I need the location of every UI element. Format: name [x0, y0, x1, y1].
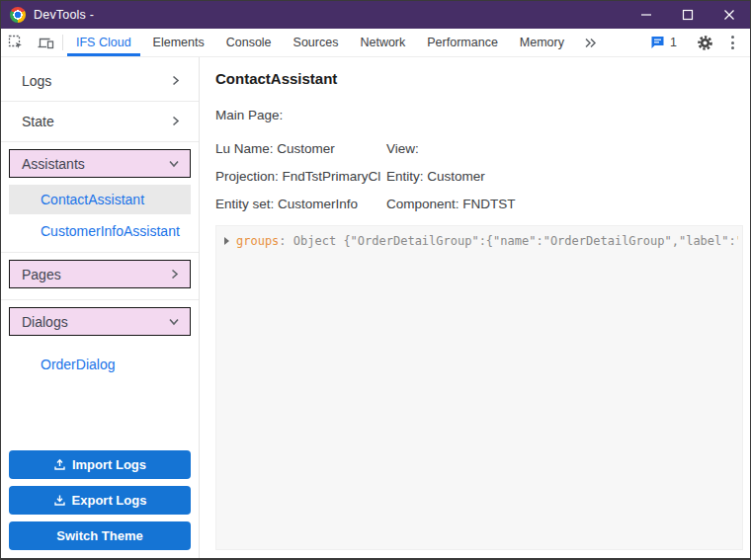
- maximize-button[interactable]: [667, 1, 709, 29]
- chevron-down-icon: [168, 314, 180, 330]
- sidebar: Logs State Assistants ContactAssistant C…: [1, 57, 200, 558]
- download-icon: [53, 494, 66, 507]
- console-object-row[interactable]: groups: Object {"OrderDetailGroup":{"nam…: [216, 226, 742, 248]
- sidebar-actions: Import Logs Export Logs Switch Theme: [1, 450, 199, 558]
- devtools-toolbar: IFS Cloud Elements Console Sources Netwo…: [1, 29, 750, 57]
- inspect-icon: [8, 35, 24, 50]
- sidebar-item-customer-info-assistant[interactable]: CustomerInfoAssistant: [9, 216, 191, 246]
- close-icon: [723, 9, 735, 21]
- button-label: Export Logs: [72, 493, 147, 508]
- page-title: ContactAssistant: [215, 70, 744, 87]
- tab-ifs-cloud[interactable]: IFS Cloud: [65, 29, 142, 56]
- sidebar-section-pages[interactable]: Pages: [9, 260, 191, 288]
- close-button[interactable]: [709, 1, 750, 29]
- console-output-area: groups: Object {"OrderDetailGroup":{"nam…: [215, 225, 743, 550]
- console-property-name: groups: [236, 234, 279, 248]
- field-view: View:: [386, 141, 744, 156]
- more-tabs-chevron-icon: [584, 38, 597, 48]
- field-entity-set: Entity set: CustomerInfo: [215, 197, 386, 211]
- title-bar: DevTools -: [1, 1, 750, 29]
- devtools-window: DevTools -: [0, 0, 751, 560]
- tab-sources[interactable]: Sources: [283, 29, 350, 56]
- tab-network[interactable]: Network: [349, 29, 416, 56]
- sidebar-section-label: State: [22, 114, 54, 129]
- button-label: Switch Theme: [56, 528, 142, 543]
- sidebar-section-state[interactable]: State: [1, 102, 199, 142]
- settings-button[interactable]: [690, 29, 719, 56]
- import-logs-button[interactable]: Import Logs: [9, 450, 191, 479]
- device-toolbar-button[interactable]: [31, 29, 60, 56]
- sidebar-section-label: Pages: [22, 267, 61, 282]
- window-title: DevTools -: [34, 8, 626, 22]
- chrome-logo-icon: [10, 7, 26, 23]
- sidebar-section-dialogs[interactable]: Dialogs: [9, 307, 191, 336]
- console-object-preview: : Object {"OrderDetailGroup":{"name":"Or…: [279, 234, 738, 248]
- sidebar-section-label: Logs: [22, 73, 51, 89]
- issues-message-icon: [650, 36, 665, 49]
- expand-triangle-icon[interactable]: [224, 237, 229, 245]
- maximize-icon: [682, 9, 694, 21]
- chevron-right-icon: [170, 73, 181, 89]
- kebab-icon: [731, 36, 734, 39]
- sidebar-section-label: Assistants: [22, 156, 85, 172]
- device-toolbar-icon: [38, 36, 54, 50]
- sidebar-section-assistants[interactable]: Assistants: [9, 149, 191, 178]
- button-label: Import Logs: [72, 457, 146, 472]
- metadata-fields: Lu Name: Customer View: Projection: FndT…: [215, 141, 744, 211]
- main-page-label: Main Page:: [215, 108, 744, 122]
- main-panel: ContactAssistant Main Page: Lu Name: Cus…: [200, 57, 750, 558]
- panel-tabs: IFS Cloud Elements Console Sources Netwo…: [65, 29, 605, 56]
- tab-elements[interactable]: Elements: [142, 29, 215, 56]
- sidebar-divider: [1, 252, 199, 253]
- menu-button[interactable]: [719, 36, 746, 49]
- issues-count: 1: [670, 36, 677, 49]
- field-projection: Projection: FndTstPrimaryCl: [215, 169, 386, 184]
- inspect-element-button[interactable]: [1, 29, 31, 56]
- field-lu-name: Lu Name: Customer: [215, 141, 386, 156]
- chevron-right-icon: [170, 114, 181, 129]
- more-tabs-button[interactable]: [575, 29, 605, 56]
- minimize-button[interactable]: [626, 1, 667, 29]
- export-logs-button[interactable]: Export Logs: [9, 486, 191, 515]
- chevron-down-icon: [168, 156, 180, 172]
- tab-memory[interactable]: Memory: [509, 29, 575, 56]
- gear-icon: [697, 35, 713, 51]
- toolbar-divider: [62, 35, 63, 50]
- issues-button[interactable]: 1: [642, 36, 685, 49]
- sidebar-divider: [1, 299, 199, 300]
- field-component: Component: FNDTST: [386, 197, 744, 211]
- tab-console[interactable]: Console: [215, 29, 283, 56]
- sidebar-section-logs[interactable]: Logs: [1, 61, 199, 102]
- sidebar-item-contact-assistant[interactable]: ContactAssistant: [9, 185, 191, 214]
- field-entity: Entity: Customer: [386, 169, 744, 184]
- sidebar-item-order-dialog[interactable]: OrderDialog: [9, 350, 191, 379]
- tab-performance[interactable]: Performance: [416, 29, 509, 56]
- sidebar-section-label: Dialogs: [22, 314, 68, 330]
- minimize-icon: [640, 9, 652, 21]
- chevron-right-icon: [169, 267, 180, 282]
- upload-icon: [53, 458, 66, 471]
- switch-theme-button[interactable]: Switch Theme: [9, 521, 191, 550]
